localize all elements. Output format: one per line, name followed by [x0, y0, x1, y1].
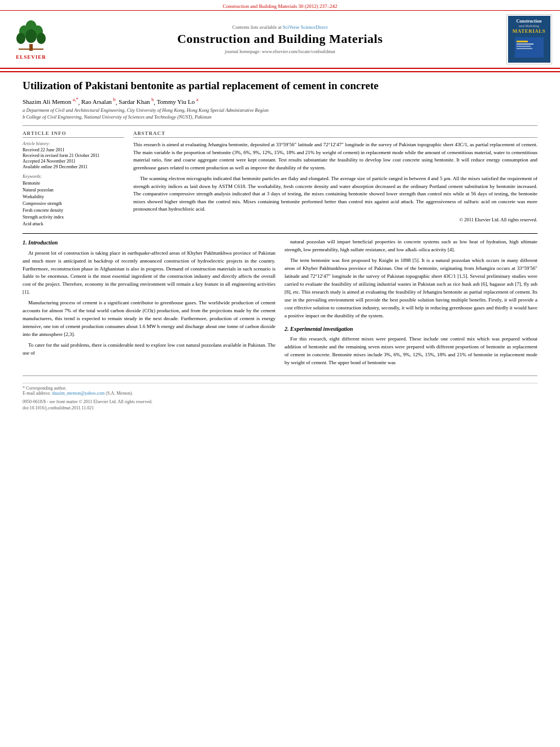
brand-line3: MATERIALS — [510, 28, 548, 34]
elsevier-logo: ELSEVIER — [14, 19, 48, 60]
journal-header: Construction and Building Materials 30 (… — [0, 0, 560, 72]
affiliation-a: a Department of Civil and Architectural … — [23, 107, 537, 114]
corresponding-label: * Corresponding author. — [23, 386, 67, 391]
svg-point-3 — [16, 33, 25, 44]
author-shazim: Shazim Ali Memon a,* — [23, 98, 78, 105]
brand-line1: Construction — [510, 19, 548, 24]
brand-image-icon — [514, 36, 545, 59]
body-right-col: natural pozzolan will impart beneficial … — [285, 238, 537, 370]
author-arsalan: Rao Arsalan b — [81, 98, 116, 105]
abstract-copyright: © 2011 Elsevier Ltd. All rights reserved… — [133, 217, 537, 222]
keyword-item: Natural pozzolan — [23, 187, 124, 194]
email-label: E-mail address: — [23, 391, 51, 396]
keyword-item: Compressive strength — [23, 200, 124, 207]
divider-1 — [23, 125, 537, 126]
received-date: Received 22 June 2011 — [23, 147, 124, 152]
svg-rect-11 — [517, 46, 531, 47]
intro-p3: To cater for the said problems, there is… — [23, 342, 275, 357]
divider-2 — [23, 233, 537, 234]
content-area: Utilization of Pakistani bentonite as pa… — [0, 72, 560, 417]
body-section: 1. Introduction At present lot of constr… — [23, 238, 537, 370]
footer-doi: doi:10.1016/j.conbuildmat.2011.11.021 — [23, 405, 537, 410]
revised-date: Received in revised form 21 October 2011 — [23, 153, 124, 158]
article-info-column: ARTICLE INFO Article history: Received 2… — [23, 130, 124, 228]
email-suffix: (S.A. Memon). — [106, 391, 133, 396]
journal-brand-area: Construction and Building MATERIALS — [504, 14, 554, 64]
body-left-col: 1. Introduction At present lot of constr… — [23, 238, 275, 370]
keywords-label: Keywords: — [23, 174, 124, 179]
corresponding-note: * Corresponding author. E-mail address: … — [23, 383, 537, 396]
page: Construction and Building Materials 30 (… — [0, 0, 560, 747]
author-email[interactable]: shazim_memon@yahoo.com — [52, 391, 104, 396]
abstract-p1: This research is aimed at evaluating Jeh… — [133, 141, 537, 172]
svg-rect-7 — [19, 49, 43, 50]
elsevier-tree-icon — [14, 19, 48, 53]
history-label: Article history: — [23, 141, 124, 146]
sciverse-link[interactable]: SciVerse ScienceDirect — [283, 24, 328, 30]
affiliations: a Department of Civil and Architectural … — [23, 107, 537, 121]
section1-title: 1. Introduction — [23, 238, 275, 247]
svg-point-5 — [37, 33, 46, 44]
article-title: Utilization of Pakistani bentonite as pa… — [23, 79, 537, 93]
article-footer: * Corresponding author. E-mail address: … — [23, 375, 537, 410]
journal-title: Construction and Building Materials — [177, 32, 383, 46]
elsevier-logo-area: ELSEVIER — [6, 14, 56, 64]
journal-homepage: journal homepage: www.elsevier.com/locat… — [225, 49, 335, 54]
author-sardar: Sardar Khan b — [119, 98, 154, 105]
intro-p4: natural pozzolan will impart beneficial … — [285, 238, 537, 254]
intro-p2: Manufacturing process of cement is a sig… — [23, 299, 275, 339]
contents-line: Contents lists available at SciVerse Sci… — [233, 24, 328, 30]
authors-line: Shazim Ali Memon a,*, Rao Arsalan b, Sar… — [23, 98, 537, 106]
author-tommy: Tommy Yiu Lo a — [157, 98, 199, 105]
svg-point-4 — [25, 29, 37, 43]
abstract-p2: The scanning electron micrographs indica… — [133, 175, 537, 213]
journal-brand-box: Construction and Building MATERIALS — [506, 14, 552, 64]
intro-p5: The term bentonite was first proposed by… — [285, 257, 537, 320]
intro-p1: At present lot of construction is taking… — [23, 250, 275, 297]
brand-line2: and Building — [510, 24, 548, 28]
accepted-date: Accepted 24 November 2011 — [23, 159, 124, 164]
journal-citation: Construction and Building Materials 30 (… — [223, 3, 338, 9]
keyword-item: Bentonite — [23, 180, 124, 187]
available-date: Available online 29 December 2011 — [23, 164, 124, 169]
info-abstract-section: ARTICLE INFO Article history: Received 2… — [23, 130, 537, 228]
svg-rect-8 — [515, 37, 544, 58]
header-main: ELSEVIER Contents lists available at Sci… — [0, 11, 560, 69]
svg-rect-9 — [517, 41, 528, 42]
exp-p1: For this research, eight different mixes… — [285, 335, 537, 367]
abstract-heading: ABSTRACT — [133, 130, 537, 138]
section2-title: 2. Experimental investigation — [285, 325, 537, 334]
affiliation-b: b College of Civil Engineering, National… — [23, 114, 537, 121]
abstract-column: ABSTRACT This research is aimed at evalu… — [133, 130, 537, 228]
keywords-list: BentoniteNatural pozzolanWorkabilityComp… — [23, 180, 124, 228]
svg-rect-10 — [517, 43, 533, 45]
elsevier-wordmark: ELSEVIER — [16, 54, 46, 60]
journal-title-area: Contents lists available at SciVerse Sci… — [56, 14, 504, 64]
svg-rect-6 — [29, 44, 33, 51]
keyword-item: Acid attack — [23, 221, 124, 228]
abstract-text: This research is aimed at evaluating Jeh… — [133, 141, 537, 213]
journal-top-bar: Construction and Building Materials 30 (… — [0, 0, 560, 11]
footer-copyright: 0950-0618/$ - see front matter © 2011 El… — [23, 399, 537, 404]
svg-rect-12 — [517, 48, 532, 49]
article-info-heading: ARTICLE INFO — [23, 130, 124, 138]
keyword-item: Workability — [23, 194, 124, 200]
keyword-item: Fresh concrete density — [23, 207, 124, 214]
keyword-item: Strength activity index — [23, 214, 124, 221]
